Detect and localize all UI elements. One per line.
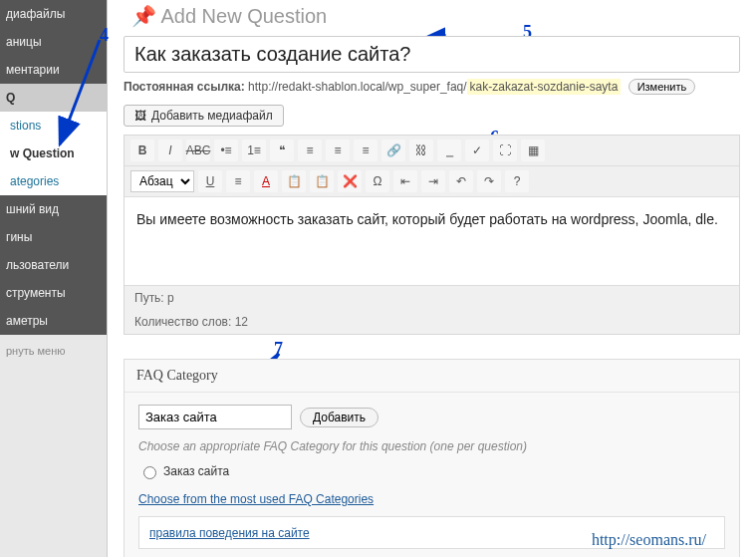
- sidebar-item-faq[interactable]: Q: [0, 84, 107, 112]
- fullscreen-button[interactable]: ⛶: [493, 139, 517, 161]
- permalink-base: http://redakt-shablon.local/wp_super_faq…: [248, 80, 466, 94]
- outdent-button[interactable]: ⇤: [393, 170, 417, 192]
- clear-format-button[interactable]: ❌: [338, 170, 362, 192]
- permalink-row: Постоянная ссылка: http://redakt-shablon…: [124, 79, 740, 95]
- sidebar-item-users[interactable]: льзователи: [0, 251, 107, 279]
- sidebar-item-settings[interactable]: аметры: [0, 307, 107, 335]
- faq-category-radio-row[interactable]: Заказ сайта: [138, 463, 725, 479]
- sidebar-sub-new-question[interactable]: w Question: [0, 139, 107, 167]
- sidebar-sub-questions[interactable]: stions: [0, 112, 107, 139]
- unlink-button[interactable]: ⛓: [409, 139, 433, 161]
- editor-container: B I ABC •≡ 1≡ ❝ ≡ ≡ ≡ 🔗 ⛓ ⎯ ✓ ⛶ ▦ Абзац: [124, 135, 740, 335]
- number-list-button[interactable]: 1≡: [242, 139, 266, 161]
- editor-body[interactable]: Вы имеете возможность заказать сайт, кот…: [125, 197, 739, 285]
- bold-button[interactable]: B: [130, 139, 154, 161]
- more-button[interactable]: ⎯: [437, 139, 461, 161]
- sidebar-sub-categories[interactable]: ategories: [0, 167, 107, 195]
- post-title-input[interactable]: Как заказать создание сайта?: [124, 36, 740, 73]
- align-left-button[interactable]: ≡: [298, 139, 322, 161]
- text-color-button[interactable]: A: [254, 170, 278, 192]
- sidebar-item-media[interactable]: диафайлы: [0, 0, 107, 28]
- editor-toolbar-2: Абзац U ≡ A 📋 📋 ❌ Ω ⇤ ⇥ ↶ ↷ ?: [125, 166, 739, 197]
- faq-category-radio-label: Заказ сайта: [163, 464, 229, 478]
- editor-toolbar-1: B I ABC •≡ 1≡ ❝ ≡ ≡ ≡ 🔗 ⛓ ⎯ ✓ ⛶ ▦: [125, 136, 739, 166]
- align-center-button[interactable]: ≡: [326, 139, 350, 161]
- pin-icon: 📌: [131, 5, 156, 27]
- sidebar-item-appearance[interactable]: шний вид: [0, 195, 107, 223]
- paste-text-button[interactable]: 📋: [282, 170, 306, 192]
- faq-most-used-link[interactable]: Choose from the most used FAQ Categories: [138, 492, 374, 506]
- sidebar-item-comments[interactable]: ментарии: [0, 56, 107, 84]
- faq-category-metabox: FAQ Category Добавить Choose an appropri…: [124, 359, 740, 557]
- sidebar-collapse[interactable]: рнуть меню: [0, 335, 107, 364]
- sidebar-item-tools[interactable]: струменты: [0, 279, 107, 307]
- permalink-label: Постоянная ссылка:: [124, 80, 245, 94]
- format-select[interactable]: Абзац: [130, 170, 194, 192]
- link-button[interactable]: 🔗: [381, 139, 405, 161]
- faq-category-hint: Choose an appropriate FAQ Category for t…: [138, 439, 725, 453]
- faq-category-radio[interactable]: [143, 466, 156, 479]
- permalink-edit-button[interactable]: Изменить: [629, 79, 696, 95]
- align-justify-button[interactable]: ≡: [226, 170, 250, 192]
- help-button[interactable]: ?: [505, 170, 529, 192]
- page-heading: 📌 Add New Question: [124, 0, 740, 36]
- special-char-button[interactable]: Ω: [366, 170, 389, 192]
- faq-category-add-button[interactable]: Добавить: [300, 408, 378, 427]
- media-icon: 🖼: [134, 109, 146, 123]
- admin-sidebar: диафайлы аницы ментарии Q stions w Quest…: [0, 0, 108, 557]
- paste-word-button[interactable]: 📋: [310, 170, 334, 192]
- sidebar-item-pages[interactable]: аницы: [0, 28, 107, 56]
- faq-tag-link[interactable]: правила поведения на сайте: [149, 526, 310, 540]
- kitchensink-button[interactable]: ▦: [521, 139, 545, 161]
- main-content: 📌 Add New Question Как заказать создание…: [108, 0, 756, 557]
- add-media-button[interactable]: 🖼 Добавить медиафайл: [124, 105, 284, 127]
- italic-button[interactable]: I: [158, 139, 182, 161]
- spellcheck-button[interactable]: ✓: [465, 139, 489, 161]
- faq-category-heading: FAQ Category: [125, 360, 739, 393]
- bullet-list-button[interactable]: •≡: [214, 139, 238, 161]
- strike-button[interactable]: ABC: [186, 139, 210, 161]
- editor-path: Путь: p: [125, 286, 184, 310]
- sidebar-item-plugins[interactable]: гины: [0, 223, 107, 251]
- align-right-button[interactable]: ≡: [354, 139, 378, 161]
- quote-button[interactable]: ❝: [270, 139, 294, 161]
- faq-category-input[interactable]: [138, 405, 292, 429]
- word-count: Количество слов: 12: [125, 310, 258, 334]
- undo-button[interactable]: ↶: [449, 170, 473, 192]
- indent-button[interactable]: ⇥: [421, 170, 445, 192]
- permalink-slug[interactable]: kak-zakazat-sozdanie-sayta: [467, 79, 622, 95]
- watermark-url: http://seomans.ru/: [592, 531, 706, 549]
- redo-button[interactable]: ↷: [477, 170, 501, 192]
- underline-button[interactable]: U: [198, 170, 222, 192]
